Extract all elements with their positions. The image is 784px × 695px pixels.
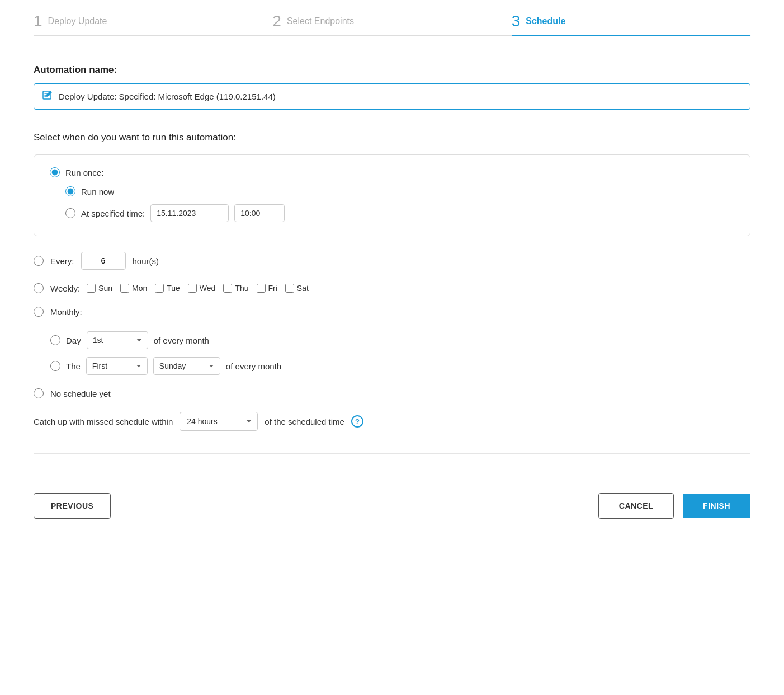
day-sat: Sat <box>285 284 309 293</box>
day-mon: Mon <box>120 284 147 293</box>
no-schedule-label[interactable]: No schedule yet <box>50 389 111 398</box>
day-fri-label[interactable]: Fri <box>268 284 277 293</box>
step-3-number: 3 <box>512 13 521 29</box>
run-once-row: Run once: <box>50 167 734 177</box>
day-sat-checkbox[interactable] <box>285 284 294 293</box>
day-tue: Tue <box>155 284 180 293</box>
day-fri-checkbox[interactable] <box>257 284 266 293</box>
step-2-number: 2 <box>272 13 281 29</box>
every-hours-label[interactable]: Every: <box>50 256 74 266</box>
day-fri: Fri <box>257 284 277 293</box>
right-buttons: CANCEL FINISH <box>598 493 750 519</box>
schedule-section-label: Select when do you want to run this auto… <box>34 132 750 143</box>
cancel-button[interactable]: CANCEL <box>598 493 674 519</box>
run-now-radio[interactable] <box>65 186 75 196</box>
monthly-radio[interactable] <box>34 307 44 317</box>
day-mon-checkbox[interactable] <box>120 284 129 293</box>
finish-button[interactable]: FINISH <box>683 494 750 518</box>
monthly-label[interactable]: Monthly: <box>50 307 82 317</box>
monthly-the-radio[interactable] <box>50 361 60 371</box>
catchup-select[interactable]: 24 hours 12 hours 6 hours 1 hour Never <box>180 412 258 431</box>
run-now-label[interactable]: Run now <box>81 187 114 196</box>
run-once-box: Run once: Run now At specified time: <box>34 154 750 236</box>
run-once-radio[interactable] <box>50 167 60 177</box>
date-input[interactable] <box>150 204 229 222</box>
monthly-day-of-week-select[interactable]: Sunday Monday Tuesday Wednesday Thursday… <box>153 357 220 375</box>
every-hours-radio[interactable] <box>34 256 44 266</box>
weekly-label[interactable]: Weekly: <box>50 284 80 293</box>
day-tue-checkbox[interactable] <box>155 284 164 293</box>
monthly-the-row: The First Second Third Fourth Last Sunda… <box>50 357 281 375</box>
automation-name-field-wrapper <box>34 83 750 110</box>
monthly-sub: Day 1st 2nd 3rd 4th 5th of every month T… <box>50 331 281 375</box>
at-specified-time-radio[interactable] <box>65 208 75 218</box>
monthly-option: Monthly: Day 1st 2nd 3rd 4th 5th of ever… <box>34 307 750 375</box>
footer-divider <box>34 453 750 454</box>
step-3-label: Schedule <box>526 16 565 26</box>
weekly-radio[interactable] <box>34 283 44 293</box>
monthly-day-suffix: of every month <box>154 336 209 345</box>
help-icon[interactable]: ? <box>351 415 363 428</box>
previous-button[interactable]: PREVIOUS <box>34 493 111 519</box>
step-1-label: Deploy Update <box>48 16 107 26</box>
at-specified-time-row: At specified time: <box>65 204 734 222</box>
monthly-day-radio[interactable] <box>50 335 60 345</box>
step-1: 1 Deploy Update <box>34 13 272 36</box>
step-2-line <box>272 35 511 36</box>
monthly-day-row: Day 1st 2nd 3rd 4th 5th of every month <box>50 331 281 349</box>
weekly-option: Weekly: Sun Mon Tue Wed Thu <box>34 283 750 293</box>
run-once-label[interactable]: Run once: <box>65 168 103 177</box>
step-3-line <box>512 35 750 36</box>
main-content: Automation name: Select when do you want… <box>0 36 784 453</box>
day-thu: Thu <box>223 284 248 293</box>
day-thu-label[interactable]: Thu <box>235 284 248 293</box>
day-mon-label[interactable]: Mon <box>132 284 147 293</box>
day-thu-checkbox[interactable] <box>223 284 232 293</box>
every-hours-option: Every: hour(s) <box>34 252 750 270</box>
automation-name-label: Automation name: <box>34 64 750 76</box>
catchup-suffix: of the scheduled time <box>265 417 344 426</box>
step-1-line <box>34 35 272 36</box>
catchup-row: Catch up with missed schedule within 24 … <box>34 412 750 431</box>
no-schedule-option: No schedule yet <box>34 388 750 398</box>
step-3: 3 Schedule <box>512 13 750 36</box>
at-specified-time-label[interactable]: At specified time: <box>81 209 145 218</box>
monthly-day-select[interactable]: 1st 2nd 3rd 4th 5th <box>87 331 148 349</box>
day-wed-label[interactable]: Wed <box>200 284 216 293</box>
no-schedule-radio[interactable] <box>34 388 44 398</box>
day-tue-label[interactable]: Tue <box>167 284 180 293</box>
run-once-suboptions: Run now At specified time: <box>65 186 734 222</box>
every-hours-input[interactable] <box>81 252 126 270</box>
day-checkboxes: Sun Mon Tue Wed Thu Fri <box>87 284 309 293</box>
day-sat-label[interactable]: Sat <box>297 284 309 293</box>
step-2: 2 Select Endpoints <box>272 13 511 36</box>
monthly-day-label[interactable]: Day <box>66 336 81 345</box>
time-input[interactable] <box>234 204 285 222</box>
step-1-number: 1 <box>34 13 42 29</box>
day-wed-checkbox[interactable] <box>188 284 197 293</box>
day-sun-checkbox[interactable] <box>87 284 96 293</box>
monthly-the-label[interactable]: The <box>66 361 81 371</box>
hours-unit-label: hour(s) <box>133 256 159 266</box>
day-sun-label[interactable]: Sun <box>98 284 112 293</box>
run-now-row: Run now <box>65 186 734 196</box>
automation-name-input[interactable] <box>59 92 742 101</box>
day-sun: Sun <box>87 284 112 293</box>
monthly-first-select[interactable]: First Second Third Fourth Last <box>86 357 148 375</box>
step-2-label: Select Endpoints <box>287 16 354 26</box>
monthly-the-suffix: of every month <box>226 361 281 371</box>
catchup-prefix: Catch up with missed schedule within <box>34 417 173 426</box>
day-wed: Wed <box>188 284 216 293</box>
automation-input-icon <box>42 90 53 104</box>
footer: PREVIOUS CANCEL FINISH <box>0 476 784 541</box>
stepper: 1 Deploy Update 2 Select Endpoints 3 Sch… <box>0 0 784 36</box>
